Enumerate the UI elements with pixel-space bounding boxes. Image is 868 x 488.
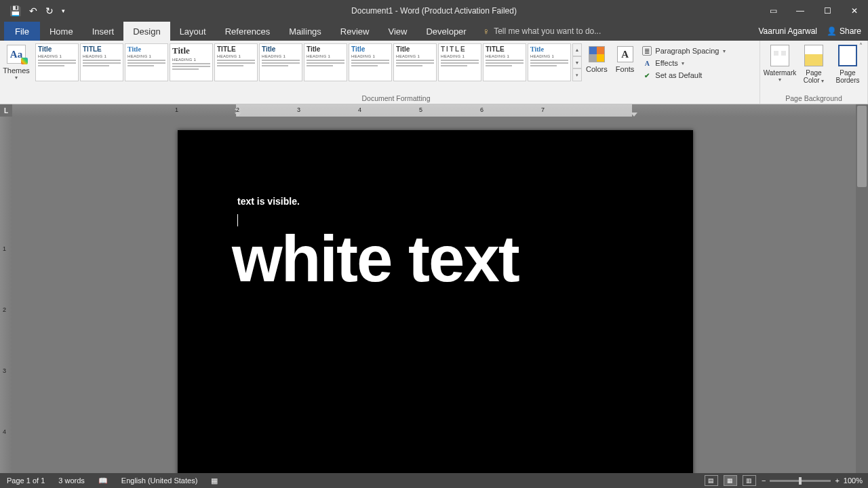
set-as-default-label: Set as Default — [655, 71, 702, 79]
zoom-control: − + 100% — [762, 476, 863, 485]
ruler-tick: 3 — [297, 106, 300, 113]
tab-insert[interactable]: Insert — [83, 22, 124, 41]
quick-access-toolbar: 💾 ↶ ↻ ▾ — [0, 5, 65, 16]
share-icon: 👤 — [827, 26, 837, 36]
chevron-down-icon: ▾ — [682, 60, 684, 66]
style-set-thumb[interactable]: TITLEHEADING 1 — [80, 43, 123, 81]
share-label: Share — [840, 26, 861, 36]
redo-icon[interactable]: ↻ — [45, 5, 54, 16]
web-layout-button[interactable]: ▥ — [743, 475, 756, 486]
gallery-scroll: ▲ ▼ ▾ — [572, 43, 582, 81]
set-as-default-button[interactable]: ✔Set as Default — [642, 70, 725, 80]
document-area[interactable]: text is visible. white text — [12, 117, 856, 473]
ribbon-tabs: File Home Insert Design Layout Reference… — [0, 22, 868, 41]
document-text-line: text is visible. — [237, 196, 300, 207]
style-set-thumb[interactable]: TITLEHEADING 1 — [214, 43, 258, 81]
document-formatting-label: Document Formatting — [35, 93, 757, 104]
scrollbar-thumb[interactable] — [857, 106, 867, 187]
macro-status-icon[interactable]: ▦ — [204, 476, 224, 485]
style-set-thumb[interactable]: TitleHEADING 1 — [125, 43, 168, 81]
horizontal-ruler[interactable]: 1234567 — [12, 104, 856, 117]
window-title: Document1 - Word (Product Activation Fai… — [351, 6, 517, 16]
word-count-status[interactable]: 3 words — [52, 476, 92, 485]
tab-selector[interactable]: L — [0, 104, 12, 117]
tab-developer[interactable]: Developer — [416, 22, 475, 41]
style-set-gallery[interactable]: TitleHEADING 1TITLEHEADING 1TitleHEADING… — [35, 43, 571, 81]
style-set-thumb[interactable]: TITLEHEADING 1 — [438, 43, 481, 81]
page-number-status[interactable]: Page 1 of 1 — [0, 476, 52, 485]
watermark-button[interactable]: Watermark ▾ — [763, 42, 797, 85]
status-bar: Page 1 of 1 3 words 📖 English (United St… — [0, 473, 868, 488]
zoom-slider-thumb[interactable] — [799, 477, 802, 485]
paragraph-spacing-label: Paragraph Spacing — [655, 47, 719, 55]
ruler-tick: 5 — [419, 106, 422, 113]
page-background-buttons: Watermark ▾ Page Color ▾ Page Borders — [763, 42, 865, 85]
zoom-slider[interactable] — [770, 480, 831, 482]
page-background-label: Page Background — [763, 93, 865, 104]
tab-design[interactable]: Design — [123, 22, 170, 41]
ruler-tick: 3 — [3, 367, 6, 374]
ribbon-right: Vaaruni Agarwal 👤 Share — [758, 22, 861, 41]
zoom-out-button[interactable]: − — [762, 476, 766, 485]
style-set-thumb[interactable]: TITLEHEADING 1 — [483, 43, 526, 81]
colors-button[interactable]: Colors — [582, 43, 612, 73]
style-set-thumb[interactable]: TitleHEADING 1 — [528, 43, 571, 81]
tab-mailings[interactable]: Mailings — [279, 22, 331, 41]
ruler-tick: 2 — [236, 106, 239, 113]
page-color-button[interactable]: Page Color ▾ — [797, 42, 831, 85]
ruler-tick: 2 — [3, 306, 6, 313]
style-set-thumb[interactable]: TitleHEADING 1 — [393, 43, 437, 81]
style-set-thumb[interactable]: TitleHEADING 1 — [170, 43, 213, 81]
undo-icon[interactable]: ↶ — [29, 5, 37, 16]
tab-layout[interactable]: Layout — [170, 22, 216, 41]
gallery-up-button[interactable]: ▲ — [572, 43, 582, 56]
spellcheck-status-icon[interactable]: 📖 — [92, 476, 115, 485]
fonts-icon: A — [617, 46, 633, 62]
effects-icon: A — [642, 58, 652, 68]
effects-button[interactable]: AEffects▾ — [642, 58, 725, 68]
paragraph-spacing-button[interactable]: ≣Paragraph Spacing▾ — [642, 46, 725, 56]
vertical-scrollbar[interactable] — [856, 104, 868, 473]
gallery-down-button[interactable]: ▼ — [572, 56, 582, 69]
tell-me-search[interactable]: ♀ Tell me what you want to do... — [483, 22, 601, 41]
themes-button[interactable]: Aa Themes ▾ — [3, 42, 30, 81]
qat-customize-icon[interactable]: ▾ — [62, 7, 65, 14]
effects-label: Effects — [655, 59, 677, 67]
user-name[interactable]: Vaaruni Agarwal — [758, 26, 817, 36]
zoom-level[interactable]: 100% — [844, 476, 863, 485]
style-set-thumb[interactable]: TitleHEADING 1 — [349, 43, 392, 81]
ruler-tick: 1 — [3, 245, 6, 252]
ribbon-display-options-icon[interactable]: ▭ — [760, 0, 787, 22]
style-set-thumb[interactable]: TitleHEADING 1 — [259, 43, 302, 81]
language-status[interactable]: English (United States) — [115, 476, 205, 485]
print-layout-button[interactable]: ▦ — [724, 475, 737, 486]
style-set-thumb[interactable]: TitleHEADING 1 — [304, 43, 347, 81]
fonts-button[interactable]: A Fonts — [612, 43, 639, 73]
group-document-formatting: TitleHEADING 1TITLEHEADING 1TitleHEADING… — [33, 41, 760, 104]
ruler-tick: 4 — [3, 428, 6, 435]
save-icon[interactable]: 💾 — [9, 5, 21, 16]
style-set-thumb[interactable]: TitleHEADING 1 — [35, 43, 79, 81]
gallery-more-button[interactable]: ▾ — [572, 68, 582, 81]
read-mode-button[interactable]: ▤ — [705, 475, 718, 486]
zoom-in-button[interactable]: + — [835, 476, 839, 485]
collapse-ribbon-button[interactable]: ˄ — [856, 42, 865, 52]
lightbulb-icon: ♀ — [483, 26, 490, 37]
title-bar: 💾 ↶ ↻ ▾ Document1 - Word (Product Activa… — [0, 0, 868, 22]
tab-file[interactable]: File — [4, 22, 40, 41]
share-button[interactable]: 👤 Share — [827, 26, 861, 36]
window-controls: ▭ — ☐ ✕ — [760, 0, 868, 22]
chevron-down-icon: ▾ — [723, 48, 726, 54]
vertical-ruler[interactable]: 1234 — [0, 117, 12, 473]
minimize-button[interactable]: — — [787, 0, 814, 22]
close-button[interactable]: ✕ — [841, 0, 868, 22]
tab-view[interactable]: View — [378, 22, 416, 41]
group-themes: Aa Themes ▾ — [0, 41, 33, 104]
tab-home[interactable]: Home — [40, 22, 83, 41]
page[interactable]: text is visible. white text — [178, 130, 693, 473]
tab-review[interactable]: Review — [331, 22, 379, 41]
ibeam-cursor-icon — [545, 205, 546, 218]
ruler-tick: 4 — [358, 106, 361, 113]
maximize-button[interactable]: ☐ — [814, 0, 841, 22]
tab-references[interactable]: References — [216, 22, 279, 41]
